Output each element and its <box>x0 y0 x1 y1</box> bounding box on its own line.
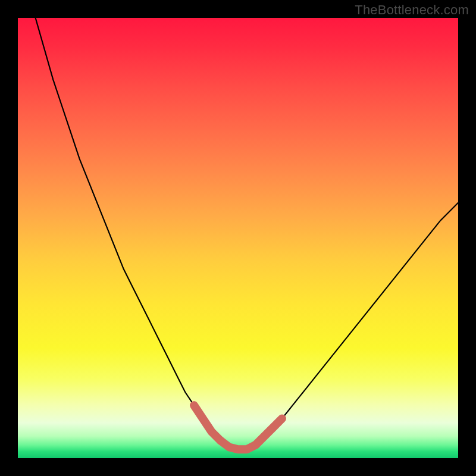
plot-area <box>18 18 458 458</box>
valley-marker-segment <box>194 405 220 440</box>
curve-layer <box>18 18 458 458</box>
valley-markers <box>194 405 282 449</box>
valley-marker-segment <box>256 418 282 444</box>
valley-marker-segment <box>220 440 255 449</box>
bottleneck-curve <box>36 18 458 449</box>
watermark-text: TheBottleneck.com <box>355 2 469 18</box>
chart-frame: TheBottleneck.com <box>0 0 476 476</box>
